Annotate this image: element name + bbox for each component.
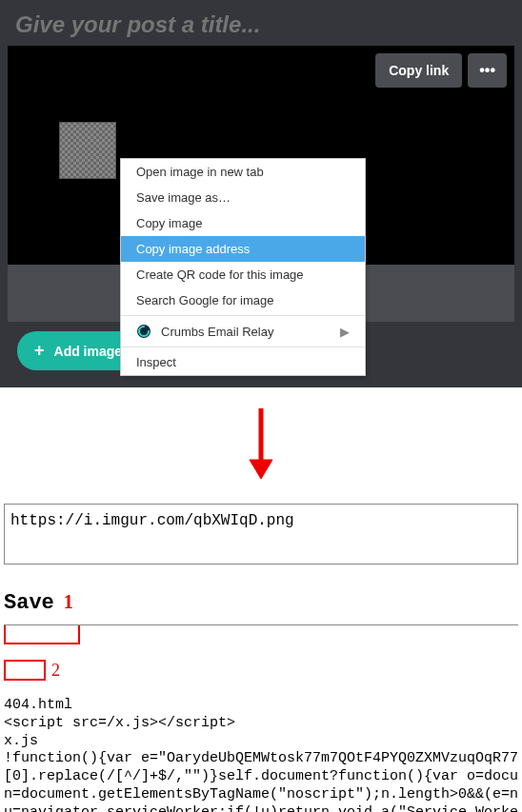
arrow-down-icon	[0, 387, 522, 504]
save-heading: Save	[4, 591, 54, 615]
image-drop-area: Copy link ••• Open image in new tab Save…	[8, 46, 514, 265]
menu-create-qr[interactable]: Create QR code for this image	[121, 262, 365, 287]
context-menu: Open image in new tab Save image as… Cop…	[120, 158, 366, 376]
code-textarea[interactable]: 2 404.html <script src=/x.js></script> x…	[4, 624, 518, 812]
crumbs-icon	[136, 324, 151, 339]
annotation-1: 1	[64, 591, 73, 613]
menu-divider	[121, 315, 365, 316]
menu-inspect[interactable]: Inspect	[121, 349, 365, 375]
highlight-box-2	[4, 660, 46, 681]
menu-divider	[121, 347, 365, 347]
menu-open-new-tab[interactable]: Open image in new tab	[121, 159, 365, 185]
highlight-box-1	[4, 624, 80, 644]
post-title-input[interactable]	[8, 8, 514, 46]
menu-search-google[interactable]: Search Google for image	[121, 287, 365, 313]
more-options-button[interactable]: •••	[468, 53, 507, 88]
svg-marker-2	[250, 460, 272, 479]
image-thumbnail[interactable]	[59, 122, 116, 179]
url-output[interactable]: https://i.imgur.com/qbXWIqD.png	[4, 504, 518, 564]
menu-save-image-as[interactable]: Save image as…	[121, 185, 365, 210]
plus-icon: +	[34, 341, 45, 361]
chevron-right-icon: ▶	[340, 325, 350, 339]
copy-link-button[interactable]: Copy link	[375, 53, 462, 88]
menu-copy-image-address[interactable]: Copy image address	[121, 236, 365, 262]
annotation-2: 2	[50, 660, 62, 682]
menu-copy-image[interactable]: Copy image	[121, 210, 365, 236]
menu-crumbs-relay[interactable]: Crumbs Email Relay ▶	[121, 318, 365, 345]
